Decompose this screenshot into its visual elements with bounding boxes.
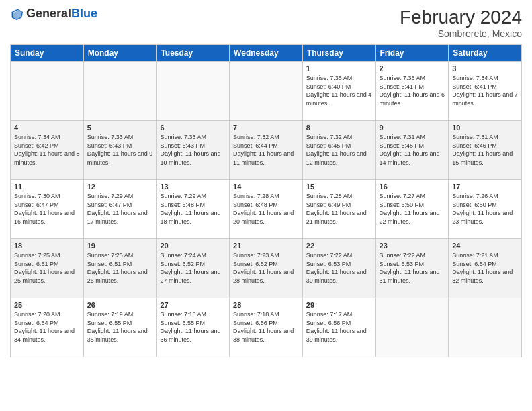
day-info: Sunrise: 7:26 AM Sunset: 6:50 PM Dayligh…	[452, 192, 518, 226]
day-number: 15	[306, 183, 372, 191]
col-thursday: Thursday	[302, 45, 375, 62]
day-number: 22	[306, 242, 372, 250]
day-info: Sunrise: 7:22 AM Sunset: 6:53 PM Dayligh…	[306, 251, 372, 285]
calendar-week-row: 18Sunrise: 7:25 AM Sunset: 6:51 PM Dayli…	[11, 239, 522, 298]
day-info: Sunrise: 7:22 AM Sunset: 6:53 PM Dayligh…	[380, 251, 445, 285]
day-number: 12	[87, 183, 153, 191]
calendar-cell: 11Sunrise: 7:30 AM Sunset: 6:47 PM Dayli…	[11, 180, 84, 239]
day-number: 17	[452, 183, 518, 191]
day-number: 2	[380, 64, 445, 73]
calendar-week-row: 1Sunrise: 7:35 AM Sunset: 6:40 PM Daylig…	[11, 62, 522, 121]
day-number: 21	[233, 242, 299, 250]
calendar-cell	[11, 62, 84, 121]
day-number: 4	[14, 124, 80, 132]
col-saturday: Saturday	[449, 45, 522, 62]
day-info: Sunrise: 7:32 AM Sunset: 6:45 PM Dayligh…	[306, 133, 372, 167]
logo-blue: Blue	[71, 7, 97, 20]
day-info: Sunrise: 7:32 AM Sunset: 6:44 PM Dayligh…	[233, 133, 299, 167]
calendar-title: February 2024	[400, 7, 522, 28]
calendar-cell: 24Sunrise: 7:21 AM Sunset: 6:54 PM Dayli…	[449, 239, 522, 298]
calendar-cell: 28Sunrise: 7:18 AM Sunset: 6:56 PM Dayli…	[230, 298, 303, 357]
logo-general: General	[26, 7, 71, 20]
day-info: Sunrise: 7:24 AM Sunset: 6:52 PM Dayligh…	[160, 251, 226, 285]
day-info: Sunrise: 7:29 AM Sunset: 6:48 PM Dayligh…	[160, 192, 226, 226]
calendar-cell: 4Sunrise: 7:34 AM Sunset: 6:42 PM Daylig…	[11, 121, 84, 180]
calendar-header-row: Sunday Monday Tuesday Wednesday Thursday…	[11, 45, 522, 62]
day-info: Sunrise: 7:20 AM Sunset: 6:54 PM Dayligh…	[14, 310, 80, 344]
day-number: 24	[452, 242, 518, 250]
calendar-cell: 9Sunrise: 7:31 AM Sunset: 6:45 PM Daylig…	[375, 121, 449, 180]
day-info: Sunrise: 7:34 AM Sunset: 6:41 PM Dayligh…	[452, 74, 518, 107]
day-number: 8	[306, 124, 372, 132]
calendar-cell: 12Sunrise: 7:29 AM Sunset: 6:47 PM Dayli…	[83, 180, 157, 239]
day-info: Sunrise: 7:31 AM Sunset: 6:46 PM Dayligh…	[452, 133, 518, 167]
day-info: Sunrise: 7:31 AM Sunset: 6:45 PM Dayligh…	[380, 133, 445, 167]
day-number: 25	[14, 301, 80, 309]
day-number: 1	[306, 64, 372, 73]
calendar-cell: 22Sunrise: 7:22 AM Sunset: 6:53 PM Dayli…	[302, 239, 375, 298]
day-info: Sunrise: 7:25 AM Sunset: 6:51 PM Dayligh…	[14, 251, 80, 285]
day-number: 19	[87, 242, 153, 250]
day-number: 7	[233, 124, 299, 132]
day-info: Sunrise: 7:18 AM Sunset: 6:55 PM Dayligh…	[160, 310, 226, 344]
col-sunday: Sunday	[11, 45, 84, 62]
day-info: Sunrise: 7:33 AM Sunset: 6:43 PM Dayligh…	[87, 133, 153, 167]
day-info: Sunrise: 7:29 AM Sunset: 6:47 PM Dayligh…	[87, 192, 153, 226]
day-number: 23	[380, 242, 445, 250]
calendar-cell	[157, 62, 230, 121]
calendar-cell: 23Sunrise: 7:22 AM Sunset: 6:53 PM Dayli…	[375, 239, 449, 298]
day-number: 3	[452, 64, 518, 73]
col-monday: Monday	[83, 45, 157, 62]
day-number: 18	[14, 242, 80, 250]
calendar-cell: 2Sunrise: 7:35 AM Sunset: 6:41 PM Daylig…	[375, 62, 449, 121]
calendar-cell: 18Sunrise: 7:25 AM Sunset: 6:51 PM Dayli…	[11, 239, 84, 298]
day-info: Sunrise: 7:17 AM Sunset: 6:56 PM Dayligh…	[306, 310, 372, 344]
day-number: 27	[160, 301, 226, 309]
page: GeneralBlue February 2024 Sombrerete, Me…	[0, 0, 532, 411]
calendar-cell: 20Sunrise: 7:24 AM Sunset: 6:52 PM Dayli…	[157, 239, 230, 298]
calendar-cell: 14Sunrise: 7:28 AM Sunset: 6:48 PM Dayli…	[230, 180, 303, 239]
logo-icon	[10, 7, 24, 21]
calendar-location: Sombrerete, Mexico	[400, 28, 522, 39]
calendar-cell: 21Sunrise: 7:23 AM Sunset: 6:52 PM Dayli…	[230, 239, 303, 298]
day-info: Sunrise: 7:25 AM Sunset: 6:51 PM Dayligh…	[87, 251, 153, 285]
calendar-cell	[449, 298, 522, 357]
day-info: Sunrise: 7:28 AM Sunset: 6:49 PM Dayligh…	[306, 192, 372, 226]
calendar-cell: 13Sunrise: 7:29 AM Sunset: 6:48 PM Dayli…	[157, 180, 230, 239]
title-block: February 2024 Sombrerete, Mexico	[400, 7, 522, 39]
calendar-cell: 7Sunrise: 7:32 AM Sunset: 6:44 PM Daylig…	[230, 121, 303, 180]
calendar-cell	[375, 298, 449, 357]
day-info: Sunrise: 7:18 AM Sunset: 6:56 PM Dayligh…	[233, 310, 299, 344]
calendar-cell: 17Sunrise: 7:26 AM Sunset: 6:50 PM Dayli…	[449, 180, 522, 239]
col-tuesday: Tuesday	[157, 45, 230, 62]
calendar-cell: 3Sunrise: 7:34 AM Sunset: 6:41 PM Daylig…	[449, 62, 522, 121]
calendar-week-row: 11Sunrise: 7:30 AM Sunset: 6:47 PM Dayli…	[11, 180, 522, 239]
day-info: Sunrise: 7:27 AM Sunset: 6:50 PM Dayligh…	[380, 192, 445, 226]
day-info: Sunrise: 7:35 AM Sunset: 6:41 PM Dayligh…	[380, 74, 445, 107]
calendar-week-row: 25Sunrise: 7:20 AM Sunset: 6:54 PM Dayli…	[11, 298, 522, 357]
calendar-cell: 29Sunrise: 7:17 AM Sunset: 6:56 PM Dayli…	[302, 298, 375, 357]
calendar-cell: 26Sunrise: 7:19 AM Sunset: 6:55 PM Dayli…	[83, 298, 157, 357]
day-info: Sunrise: 7:21 AM Sunset: 6:54 PM Dayligh…	[452, 251, 518, 285]
calendar-cell: 10Sunrise: 7:31 AM Sunset: 6:46 PM Dayli…	[449, 121, 522, 180]
day-number: 6	[160, 124, 226, 132]
calendar-cell: 19Sunrise: 7:25 AM Sunset: 6:51 PM Dayli…	[83, 239, 157, 298]
day-info: Sunrise: 7:19 AM Sunset: 6:55 PM Dayligh…	[87, 310, 153, 344]
calendar-cell: 8Sunrise: 7:32 AM Sunset: 6:45 PM Daylig…	[302, 121, 375, 180]
day-info: Sunrise: 7:35 AM Sunset: 6:40 PM Dayligh…	[306, 74, 372, 107]
calendar-cell: 27Sunrise: 7:18 AM Sunset: 6:55 PM Dayli…	[157, 298, 230, 357]
day-info: Sunrise: 7:33 AM Sunset: 6:43 PM Dayligh…	[160, 133, 226, 167]
calendar-cell: 5Sunrise: 7:33 AM Sunset: 6:43 PM Daylig…	[83, 121, 157, 180]
calendar-week-row: 4Sunrise: 7:34 AM Sunset: 6:42 PM Daylig…	[11, 121, 522, 180]
day-number: 11	[14, 183, 80, 191]
day-number: 10	[452, 124, 518, 132]
calendar-cell	[83, 62, 157, 121]
day-number: 5	[87, 124, 153, 132]
calendar-cell: 6Sunrise: 7:33 AM Sunset: 6:43 PM Daylig…	[157, 121, 230, 180]
day-info: Sunrise: 7:34 AM Sunset: 6:42 PM Dayligh…	[14, 133, 80, 167]
calendar-cell: 16Sunrise: 7:27 AM Sunset: 6:50 PM Dayli…	[375, 180, 449, 239]
day-info: Sunrise: 7:23 AM Sunset: 6:52 PM Dayligh…	[233, 251, 299, 285]
logo-text: GeneralBlue	[26, 7, 97, 21]
calendar-cell: 25Sunrise: 7:20 AM Sunset: 6:54 PM Dayli…	[11, 298, 84, 357]
day-info: Sunrise: 7:28 AM Sunset: 6:48 PM Dayligh…	[233, 192, 299, 226]
